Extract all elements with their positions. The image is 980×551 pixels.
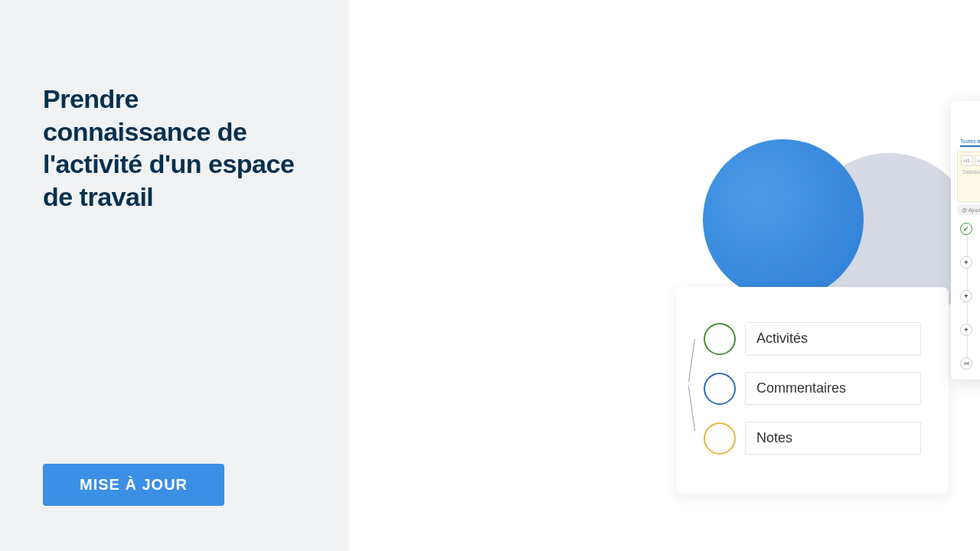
activity-feed: ✔ Antoine Sudan a terminé la tâche Défin… <box>957 223 980 370</box>
page-title: Prendre connaissance de l'activité d'un … <box>43 83 306 213</box>
legend-label: Notes <box>745 422 921 455</box>
feed-item: + David Dutch a créé la tâche Définir le… <box>962 256 980 276</box>
update-button[interactable]: MISE À JOUR <box>43 464 224 506</box>
legend-label: Commentaires <box>745 372 921 405</box>
plus-icon: + <box>960 256 972 269</box>
legend-row-activities: Activités <box>704 322 921 355</box>
toolbar-h1[interactable]: H1 <box>961 155 973 166</box>
plus-icon: + <box>960 290 972 302</box>
sub-tabs: Toutes les activités Notes Commentaires <box>957 139 980 147</box>
top-tabs: Flux d'activité Tâches Checklists <box>957 122 980 131</box>
editor-toolbar: H1 H2 P B I U S ≡ ≣ % <box>961 155 980 166</box>
plus-icon: + <box>960 324 972 336</box>
legend-row-notes: Notes <box>704 422 921 455</box>
circle-icon-yellow <box>704 422 736 455</box>
feed-item: ✔ Antoine Sudan a terminé la tâche Défin… <box>962 223 980 243</box>
legend-connector <box>688 386 696 431</box>
feed-item: + David Dutch a créé la tâche Projet zer… <box>962 324 980 344</box>
subtab-all-activities[interactable]: Toutes les activités <box>960 139 980 147</box>
legend-label: Activités <box>745 322 921 355</box>
legend-connector <box>688 339 696 382</box>
legend-card: Activités Commentaires Notes <box>676 287 949 494</box>
decorative-circle-blue <box>703 139 864 300</box>
feed-item: + Manon Kessler a créé la tâche Définir … <box>962 290 980 310</box>
end-icon: ⋈ <box>960 357 972 370</box>
add-recipient-input[interactable]: @ Ajouter un destinataire <box>957 205 980 215</box>
circle-icon-blue <box>704 373 736 405</box>
check-icon: ✔ <box>960 223 972 235</box>
app-card: ♥ Projet zéro papier ⚙ Flux d'activité T… <box>951 101 980 380</box>
editor-textarea[interactable]: Saisissez une note ici… <box>961 166 980 198</box>
toolbar-h2[interactable]: H2 <box>975 155 980 166</box>
circle-icon-green <box>704 323 736 355</box>
note-editor: H1 H2 P B I U S ≡ ≣ % Saisissez une note… <box>957 152 980 202</box>
legend-row-comments: Commentaires <box>704 372 921 405</box>
feed-item-end: ⋈ Fin du flux d'activité <box>962 357 980 370</box>
